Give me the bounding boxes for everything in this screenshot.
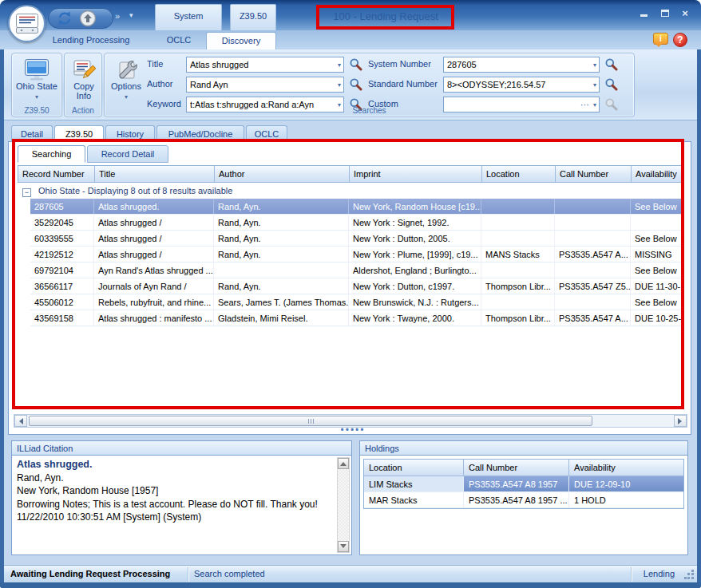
column-header-location[interactable]: Location (482, 166, 556, 182)
result-row[interactable]: 287605Atlas shrugged.Rand, Ayn.New York,… (30, 199, 683, 215)
holdings-column-call-number[interactable]: Call Number (464, 460, 569, 476)
cell-imprint: New York : Signet, 1992. (349, 215, 481, 230)
result-row[interactable]: 35292045Atlas shrugged /Rand, Ayn.New Yo… (30, 215, 683, 231)
cell-title: Atlas shrugged / (94, 247, 214, 262)
contextual-group-system[interactable]: System (155, 4, 222, 30)
result-row[interactable]: 69792104Ayn Rand's Atlas shrugged ...Ald… (30, 262, 683, 278)
ribbon-group-z3950: Ohio State ▾ Z39.50 (11, 53, 62, 117)
tab-pubmed-docline[interactable]: PubMed/Docline (156, 125, 244, 142)
cell-availability: DUE 12-09-10 (569, 476, 683, 492)
combo-standard-number[interactable]: 8><ODYSSEY;216.54.57▾ (443, 77, 600, 93)
group-label-searches: Searches (105, 106, 634, 115)
dropdown-arrow-icon[interactable]: ▾ (593, 61, 596, 69)
cell-imprint: New York : Dutton, 2005. (349, 231, 481, 246)
ribbon-tab-oclc[interactable]: OCLC (153, 32, 204, 49)
tab-history[interactable]: History (105, 125, 155, 142)
collapse-icon[interactable]: − (22, 188, 31, 197)
results-grid-header: Record NumberTitleAuthorImprintLocationC… (18, 165, 683, 183)
cell-record-number: 42192512 (30, 247, 94, 262)
tab-searching[interactable]: Searching (18, 145, 85, 163)
panel-splitter[interactable]: ••••• (327, 428, 378, 432)
ohio-state-button[interactable]: Ohio State ▾ (14, 56, 59, 107)
cell-imprint: New Brunswick, N.J. : Rutgers... (349, 294, 481, 310)
scroll-left-button[interactable] (14, 415, 27, 427)
field-label: System Number (368, 59, 431, 69)
column-header-call-number[interactable]: Call Number (556, 166, 632, 182)
cell-record-number: 35292045 (30, 215, 94, 230)
cell-location (481, 231, 555, 246)
result-row[interactable]: 43569158Atlas shrugged : manifesto ...Gl… (30, 310, 683, 326)
tab-record-detail[interactable]: Record Detail (87, 145, 168, 163)
search-icon[interactable] (349, 77, 363, 92)
dropdown-arrow-icon[interactable]: ▾ (338, 81, 341, 89)
combo-system-number[interactable]: 287605▾ (443, 57, 600, 73)
results-rows: 287605Atlas shrugged.Rand, Ayn.New York,… (18, 199, 683, 326)
result-row[interactable]: 36566117Journals of Ayn Rand /Rand, Ayn.… (30, 278, 683, 294)
ribbon: Ohio State ▾ Z39.50 (4, 49, 697, 120)
options-button[interactable]: Options ▾ (108, 56, 145, 107)
scroll-right-button[interactable] (674, 415, 687, 427)
column-header-imprint[interactable]: Imprint (350, 166, 482, 182)
search-icon[interactable] (604, 77, 619, 92)
column-header-title[interactable]: Title (95, 166, 215, 182)
qat-overflow-chevrons[interactable]: » (115, 11, 119, 21)
ribbon-group-searches: Options ▾ TitleAtlas shrugged▾AuthorRand… (104, 53, 635, 117)
help-icon[interactable]: ? (673, 33, 687, 47)
maximize-icon (661, 10, 669, 17)
minimize-icon (640, 14, 648, 17)
tab-z39-50[interactable]: Z39.50 (54, 125, 104, 142)
scroll-up-button[interactable] (338, 458, 349, 469)
scrollbar-thumb[interactable] (29, 416, 592, 426)
left-arrow-icon (16, 418, 23, 424)
column-header-record-number[interactable]: Record Number (18, 166, 95, 182)
dropdown-arrow-icon[interactable]: ▾ (593, 81, 596, 89)
down-arrow-icon (340, 544, 347, 551)
cell-location (481, 262, 555, 278)
result-row[interactable]: 60339555Atlas shrugged /Rand, Ayn.New Yo… (30, 231, 683, 247)
application-menu-button[interactable] (8, 5, 46, 42)
cell-record-number: 45506012 (30, 294, 94, 310)
holdings-column-availability[interactable]: Availability (569, 460, 683, 476)
result-row[interactable]: 45506012Rebels, rubyfruit, and rhine...S… (30, 294, 683, 310)
column-header-author[interactable]: Author (215, 166, 350, 182)
combo-author[interactable]: Rand Ayn▾ (186, 77, 344, 93)
search-icon[interactable] (604, 57, 619, 72)
ribbon-tab-discovery[interactable]: Discovery (206, 32, 276, 49)
maximize-button[interactable] (658, 8, 672, 19)
qat-overflow-arrow-icon[interactable]: ▾ (129, 11, 133, 19)
ribbon-group-action: Copy Info Action (64, 53, 102, 117)
dropdown-arrow-icon[interactable]: ▾ (338, 61, 341, 69)
holdings-row[interactable]: LIM StacksPS3535.A547 A8 1957DUE 12-09-1… (364, 476, 683, 492)
tab-detail[interactable]: Detail (11, 125, 53, 142)
search-icon[interactable] (349, 57, 363, 72)
monitor-icon (14, 56, 59, 81)
cell-title: Ayn Rand's Atlas shrugged ... (94, 262, 214, 278)
cell-availability: See Below (631, 199, 682, 214)
column-header-availability[interactable]: Availability (632, 166, 683, 182)
resize-grip[interactable] (684, 570, 695, 580)
minimize-button[interactable] (636, 8, 651, 19)
cell-author: Rand, Ayn. (214, 231, 349, 246)
status-separator (631, 567, 632, 582)
holdings-row[interactable]: MAR StacksPS3535.A547 A8 1957 ...1 HOLD (364, 492, 683, 508)
cell-availability: See Below (631, 294, 682, 310)
ribbon-tab-lending-processing[interactable]: Lending Processing (32, 32, 150, 49)
vertical-scrollbar[interactable] (337, 457, 350, 553)
cell-title: Atlas shrugged. (94, 199, 214, 214)
combo-title[interactable]: Atlas shrugged▾ (186, 57, 344, 73)
result-row[interactable]: 42192512Atlas shrugged /Rand, Ayn.New Yo… (30, 247, 683, 262)
search-field-standard-number: Standard Number8><ODYSSEY;216.54.57▾ (368, 77, 636, 93)
contextual-group-z39-50[interactable]: Z39.50 (230, 4, 276, 30)
refresh-icon[interactable] (57, 10, 73, 26)
close-button[interactable]: × (678, 8, 692, 19)
cell-title: Atlas shrugged / (94, 231, 214, 246)
copy-info-button[interactable]: Copy Info (67, 56, 101, 107)
cell-call-number (555, 199, 631, 214)
results-group-row[interactable]: − Ohio State - Displaying 8 out of 8 res… (18, 183, 683, 199)
scroll-down-button[interactable] (338, 541, 349, 552)
tab-oclc[interactable]: OCLC (246, 125, 287, 142)
status-context-label: Lending (644, 569, 675, 578)
feedback-icon[interactable]: i (653, 33, 668, 45)
route-up-icon[interactable] (79, 10, 97, 27)
holdings-column-location[interactable]: Location (364, 460, 464, 476)
